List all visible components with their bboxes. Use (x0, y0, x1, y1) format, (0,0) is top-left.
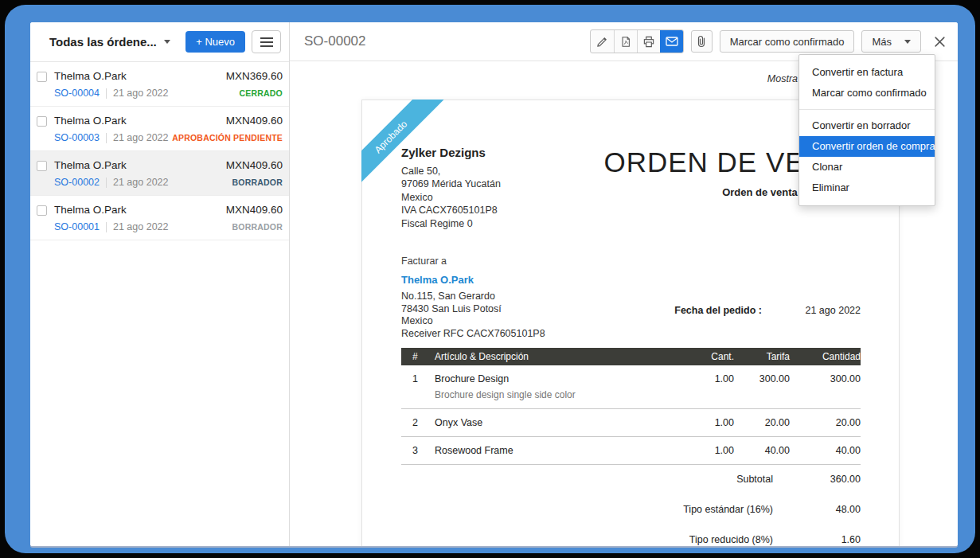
order-customer: Thelma O.Park (54, 115, 127, 127)
hamburger-icon (260, 37, 273, 47)
item-name: Brochure Design (435, 373, 678, 384)
menu-item-convert-purchase-order[interactable]: Convertir orden de compra (799, 136, 935, 157)
order-date: 21 ago 2022 (113, 132, 169, 143)
totals-block: Subtotal 360.00 Tipo estándar (16%) 48.0… (401, 467, 861, 546)
subtotal-row: Subtotal 360.00 (401, 467, 861, 491)
orders-list: Thelma O.Park MXN369.60 SO-00004 21 ago … (30, 62, 289, 240)
email-button[interactable] (660, 30, 683, 53)
attachment-button[interactable] (691, 30, 713, 53)
table-header: # Artículo & Descripción Cant. Tarifa Ca… (401, 348, 861, 365)
tax-reduced-row: Tipo reducido (8%) 1.60 (401, 528, 861, 546)
order-id-link[interactable]: SO-00003 (54, 132, 100, 143)
order-date: 21 ago 2022 (113, 221, 169, 232)
more-dropdown-menu: Convertir en factura Marcar como confirm… (798, 54, 935, 206)
order-id-link[interactable]: SO-00004 (54, 88, 100, 99)
approval-ribbon: Aprobado (361, 100, 451, 189)
order-checkbox[interactable] (37, 161, 47, 171)
desktop-background: Todas las órdene... + Nuevo Thelma O.Par… (0, 0, 980, 558)
order-customer: Thelma O.Park (54, 204, 127, 216)
order-checkbox[interactable] (37, 72, 47, 82)
order-customer: Thelma O.Park (54, 70, 127, 82)
table-row: 2 Onyx Vase 1.00 20.00 20.00 (401, 409, 861, 437)
menu-item-convert-invoice[interactable]: Convertir en factura (799, 62, 935, 83)
orders-filter-label: Todas las órdene... (49, 35, 157, 49)
mark-confirmed-button[interactable]: Marcar como confirmado (720, 30, 855, 53)
order-amount: MXN409.60 (226, 115, 283, 127)
status-badge: BORRADOR (232, 178, 283, 187)
list-options-button[interactable] (252, 30, 281, 53)
menu-divider (799, 109, 935, 110)
status-badge: BORRADOR (232, 222, 283, 232)
pdf-button[interactable] (614, 30, 637, 53)
order-amount: MXN409.60 (226, 204, 283, 216)
line-items-table: # Artículo & Descripción Cant. Tarifa Ca… (401, 348, 861, 465)
menu-item-delete[interactable]: Eliminar (799, 178, 935, 198)
menu-item-convert-draft[interactable]: Convertir en borrador (799, 115, 935, 136)
item-name: Onyx Vase (435, 417, 678, 428)
new-order-button[interactable]: + Nuevo (185, 31, 245, 53)
divider (106, 88, 107, 99)
close-button[interactable] (934, 36, 946, 48)
email-icon (666, 36, 678, 47)
order-amount: MXN409.60 (226, 159, 283, 171)
order-date-row: Fecha del pedido : 21 ago 2022 (674, 305, 861, 340)
paperclip-icon (697, 35, 706, 48)
order-id-link[interactable]: SO-00002 (54, 177, 100, 188)
order-id-link[interactable]: SO-00001 (54, 221, 100, 232)
window-frame: Todas las órdene... + Nuevo Thelma O.Par… (5, 5, 975, 553)
divider (106, 133, 107, 143)
bill-to-block: Facturar a Thelma O.Park No.115, San Ger… (401, 256, 545, 340)
order-date: 21 ago 2022 (113, 177, 169, 188)
ribbon-label: Aprobado (361, 100, 443, 189)
list-header: Todas las órdene... + Nuevo (30, 22, 289, 62)
order-amount: MXN369.60 (226, 70, 283, 82)
item-description: Brochure design single side color (435, 389, 678, 400)
pencil-icon (596, 36, 608, 48)
app-window: Todas las órdene... + Nuevo Thelma O.Par… (30, 22, 958, 546)
orders-filter-dropdown[interactable]: Todas las órdene... (49, 35, 179, 49)
orders-list-panel: Todas las órdene... + Nuevo Thelma O.Par… (30, 22, 290, 546)
chevron-down-icon (904, 40, 911, 47)
document-actions-group (590, 29, 684, 53)
order-list-item-selected[interactable]: Thelma O.Park MXN409.60 SO-00002 21 ago … (30, 151, 289, 196)
order-date: 21 ago 2022 (113, 88, 169, 99)
customer-link[interactable]: Thelma O.Park (401, 274, 545, 287)
order-checkbox[interactable] (37, 116, 47, 127)
table-row: 3 Rosewood Frame 1.00 40.00 40.00 (401, 437, 861, 465)
order-customer: Thelma O.Park (54, 159, 127, 171)
print-button[interactable] (637, 30, 660, 53)
close-icon (934, 36, 946, 48)
order-checkbox[interactable] (37, 205, 47, 216)
order-list-item[interactable]: Thelma O.Park MXN409.60 SO-00001 21 ago … (30, 196, 289, 240)
tax-standard-row: Tipo estándar (16%) 48.00 (401, 498, 861, 521)
item-name: Rosewood Frame (435, 445, 678, 456)
order-list-item[interactable]: Thelma O.Park MXN369.60 SO-00004 21 ago … (30, 62, 289, 107)
status-badge: APROBACIÓN PENDIENTE (172, 133, 283, 142)
pdf-file-icon (620, 36, 631, 48)
more-button[interactable]: Más (861, 30, 921, 53)
chevron-down-icon (164, 40, 170, 47)
printer-icon (642, 36, 655, 48)
menu-item-clone[interactable]: Clonar (799, 157, 935, 178)
table-row: 1 Brochure Design Brochure design single… (401, 365, 861, 409)
show-pdf-link[interactable]: Mostra (767, 73, 798, 84)
bill-to-label: Facturar a (401, 256, 545, 268)
order-list-item[interactable]: Thelma O.Park MXN409.60 SO-00003 21 ago … (30, 107, 289, 151)
divider (106, 222, 107, 232)
edit-button[interactable] (591, 30, 614, 53)
divider (106, 178, 107, 188)
page-title: SO-00002 (304, 33, 366, 49)
menu-item-mark-confirmed[interactable]: Marcar como confirmado (799, 83, 935, 103)
order-detail-panel: SO-00002 (290, 22, 958, 546)
status-badge: CERRADO (240, 88, 283, 98)
